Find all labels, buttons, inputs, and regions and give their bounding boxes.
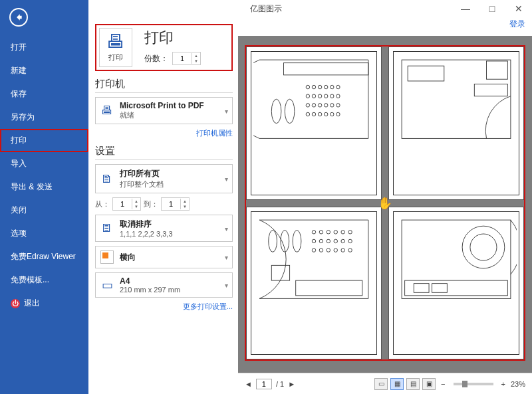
printer-icon: 🖶 (100, 104, 114, 118)
svg-point-9 (306, 94, 309, 98)
print-pages-select[interactable]: 🗎 打印所有页 打印整个文档 ▾ (95, 164, 233, 193)
svg-point-39 (348, 230, 352, 233)
minimize-button[interactable]: — (452, 0, 479, 17)
page-range-row: 从： ▲▼ 到： ▲▼ (95, 197, 233, 211)
preview-page-3[interactable] (246, 207, 382, 360)
sidebar-item-import[interactable]: 导入 (0, 152, 88, 175)
floorplan-image (253, 214, 374, 305)
svg-rect-57 (405, 280, 508, 296)
copies-input[interactable] (173, 52, 192, 64)
more-settings-link[interactable]: 更多打印设置... (95, 302, 233, 312)
sidebar-item-templates[interactable]: 免费模板... (0, 268, 88, 292)
sidebar-item-close[interactable]: 关闭 (0, 199, 88, 222)
zoom-slider[interactable] (454, 383, 493, 385)
print-icon-label: 打印 (106, 52, 125, 62)
zoom-plus-button[interactable]: + (499, 380, 508, 388)
orientation-title: 横向 (120, 252, 136, 263)
svg-point-47 (319, 248, 323, 251)
svg-point-16 (312, 104, 315, 107)
printer-icon: 🖶 (106, 33, 125, 51)
svg-point-24 (324, 112, 327, 116)
pages-sub: 打印整个文档 (120, 179, 164, 189)
sidebar-item-export[interactable]: 导出 & 发送 (0, 175, 88, 199)
print-header: 🖶 打印 打印 份数： ▲▼ (95, 24, 233, 71)
preview-pages[interactable]: ✋ (245, 45, 525, 361)
svg-point-7 (331, 85, 334, 88)
printer-name: Microsoft Print to PDF (120, 101, 204, 110)
svg-point-56 (470, 234, 497, 260)
sidebar-item-viewer[interactable]: 免费Edraw Viewer (0, 245, 88, 268)
svg-point-6 (324, 85, 327, 88)
svg-point-2 (285, 99, 295, 123)
sidebar-item-open[interactable]: 打开 (0, 36, 88, 59)
pager-bar: ◄ / 1 ► ▭ ▦ ▤ ▣ − + 23% (238, 373, 532, 394)
prev-page-button[interactable]: ◄ (245, 380, 252, 388)
paper-select[interactable]: ▭ A4 210 mm x 297 mm ▾ (95, 272, 233, 298)
svg-rect-53 (296, 280, 362, 296)
window-controls: — □ ✕ (452, 0, 532, 17)
from-spinner[interactable]: ▲▼ (112, 197, 141, 211)
sidebar-item-print[interactable]: 打印 (0, 129, 88, 152)
copies-spinner[interactable]: ▲▼ (172, 52, 201, 65)
sidebar-item-options[interactable]: 选项 (0, 222, 88, 245)
svg-point-38 (341, 230, 344, 233)
paper-icon: ▭ (100, 278, 114, 292)
svg-point-46 (312, 248, 315, 251)
next-page-button[interactable]: ► (288, 380, 295, 388)
print-settings-column: 🖶 打印 打印 份数： ▲▼ 打印机 🖶 Microsoft Print to … (88, 17, 238, 394)
svg-point-49 (334, 248, 337, 251)
back-button[interactable] (9, 8, 28, 27)
sidebar-item-new[interactable]: 新建 (0, 59, 88, 82)
orientation-select[interactable]: 横向 ▾ (95, 246, 233, 268)
maximize-button[interactable]: □ (479, 0, 505, 17)
view-fit-button[interactable]: ▣ (422, 378, 436, 390)
svg-point-13 (331, 94, 334, 98)
chevron-up-icon[interactable]: ▲ (192, 53, 200, 58)
svg-point-1 (271, 99, 281, 123)
orientation-icon (100, 250, 114, 264)
exit-icon: ⏻ (11, 299, 20, 308)
floorplan-image (396, 214, 517, 305)
sidebar-item-saveas[interactable]: 另存为 (0, 106, 88, 129)
paper-title: A4 (120, 276, 180, 286)
from-input[interactable] (113, 198, 132, 210)
svg-point-34 (312, 230, 315, 233)
app-title: 亿图图示 (250, 3, 282, 15)
svg-point-33 (293, 230, 301, 252)
preview-page-2[interactable] (388, 47, 524, 200)
view-multi-button[interactable]: ▦ (390, 378, 404, 390)
svg-point-36 (327, 230, 330, 233)
svg-point-12 (324, 94, 327, 98)
chevron-down-icon[interactable]: ▼ (192, 58, 200, 64)
svg-rect-30 (487, 61, 508, 79)
svg-point-37 (334, 230, 337, 233)
svg-point-26 (336, 112, 340, 116)
svg-rect-29 (474, 84, 507, 96)
chevron-down-icon: ▾ (225, 175, 228, 183)
svg-rect-0 (284, 63, 368, 75)
to-input[interactable] (162, 198, 180, 210)
preview-page-4[interactable] (388, 207, 524, 360)
svg-point-23 (318, 112, 321, 116)
svg-point-43 (334, 239, 337, 243)
printer-select[interactable]: 🖶 Microsoft Print to PDF 就绪 ▾ (95, 97, 233, 124)
collate-select[interactable]: 🗏 取消排序 1,1,1 2,2,2 3,3,3 ▾ (95, 215, 233, 242)
page-input[interactable] (256, 379, 272, 389)
to-spinner[interactable]: ▲▼ (161, 197, 190, 211)
printer-properties-link[interactable]: 打印机属性 (95, 128, 233, 138)
view-single-button[interactable]: ▭ (374, 378, 388, 390)
close-button[interactable]: ✕ (505, 0, 532, 17)
from-label: 从： (95, 199, 110, 209)
svg-point-11 (318, 94, 321, 98)
print-button[interactable]: 🖶 打印 (99, 28, 132, 67)
preview-page-1[interactable] (246, 47, 382, 200)
zoom-minus-button[interactable]: − (438, 380, 448, 388)
svg-point-4 (312, 85, 315, 88)
sidebar-item-exit[interactable]: ⏻ 退出 (0, 292, 88, 315)
chevron-down-icon: ▾ (225, 107, 228, 114)
view-grid-button[interactable]: ▤ (406, 378, 420, 390)
svg-point-31 (269, 230, 277, 252)
main-area: 🖶 打印 打印 份数： ▲▼ 打印机 🖶 Microsoft Print to … (88, 17, 532, 394)
pages-icon: 🗎 (100, 171, 114, 186)
sidebar-item-save[interactable]: 保存 (0, 82, 88, 106)
